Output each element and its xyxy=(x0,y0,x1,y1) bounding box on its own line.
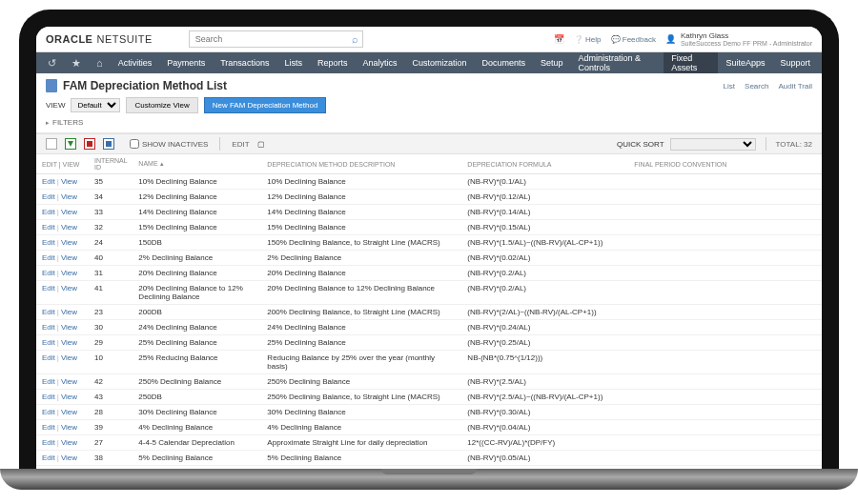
view-link[interactable]: View xyxy=(61,423,77,432)
print-icon[interactable] xyxy=(103,138,114,150)
export-csv-icon[interactable] xyxy=(46,138,57,150)
edit-link[interactable]: Edit xyxy=(42,408,55,416)
export-excel-icon[interactable] xyxy=(65,138,76,150)
view-link[interactable]: View xyxy=(61,308,77,316)
nav-history-icon[interactable]: ↺ xyxy=(40,52,64,73)
quicksort-label: QUICK SORT xyxy=(617,140,664,149)
view-link[interactable]: View xyxy=(61,238,77,247)
filters-toggle[interactable]: FILTERS xyxy=(46,118,812,127)
edit-link[interactable]: Edit xyxy=(42,238,55,247)
view-link[interactable]: View xyxy=(61,353,77,362)
edit-link[interactable]: Edit xyxy=(42,423,55,432)
cell-final-period xyxy=(628,235,822,251)
cell-final-period xyxy=(628,305,822,320)
page-header: FAM Depreciation Method List ListSearchA… xyxy=(36,73,822,133)
table-row: Edit|View43250DB250% Declining Balance, … xyxy=(36,390,822,405)
edit-link[interactable]: Edit xyxy=(42,393,55,401)
nav-item-activities[interactable]: Activities xyxy=(111,52,160,73)
view-link[interactable]: View xyxy=(61,208,77,216)
nav-item-suiteapps[interactable]: SuiteApps xyxy=(718,52,772,73)
header-link-list[interactable]: List xyxy=(724,82,735,91)
col-description[interactable]: DEPRECIATION METHOD DESCRIPTION xyxy=(261,154,461,174)
export-pdf-icon[interactable] xyxy=(84,138,95,150)
cell-final-period xyxy=(628,266,822,281)
col-final-period[interactable]: FINAL PERIOD CONVENTION xyxy=(628,154,822,174)
view-link[interactable]: View xyxy=(61,177,77,186)
nav-item-documents[interactable]: Documents xyxy=(474,52,533,73)
view-link[interactable]: View xyxy=(61,269,77,277)
cell-description: 4% Declining Balance xyxy=(261,420,461,435)
nav-item-payments[interactable]: Payments xyxy=(159,52,213,73)
view-link[interactable]: View xyxy=(61,284,77,292)
view-link[interactable]: View xyxy=(61,393,77,401)
calendar-icon[interactable]: 📅 xyxy=(554,34,564,44)
feedback-link[interactable]: 💬 Feedback xyxy=(611,35,656,44)
view-link[interactable]: View xyxy=(61,223,77,232)
quicksort-select[interactable] xyxy=(670,138,756,151)
nav-item-analytics[interactable]: Analytics xyxy=(355,52,404,73)
view-select[interactable]: Default xyxy=(71,98,120,112)
page-icon xyxy=(46,79,57,92)
table-row: Edit|View1025% Reducing BalanceReducing … xyxy=(36,351,822,374)
help-link[interactable]: ❔ Help xyxy=(574,35,602,44)
col-actions[interactable]: EDIT | VIEW xyxy=(36,154,89,174)
show-inactives-checkbox[interactable]: SHOW INACTIVES xyxy=(130,139,208,149)
edit-link[interactable]: Edit xyxy=(42,253,55,262)
results-table-wrap[interactable]: EDIT | VIEW INTERNAL ID NAME ▴ DEPRECIAT… xyxy=(36,154,822,469)
nav-item-customization[interactable]: Customization xyxy=(404,52,474,73)
user-menu[interactable]: 👤 Kathryn Glass SuiteSuccess Demo FF PRM… xyxy=(665,31,812,47)
search-input[interactable] xyxy=(189,30,364,48)
cell-final-period xyxy=(628,220,822,235)
nav-item-transactions[interactable]: Transactions xyxy=(213,52,276,73)
edit-link[interactable]: Edit xyxy=(42,323,55,332)
search-icon[interactable]: ⌕ xyxy=(352,33,358,45)
view-link[interactable]: View xyxy=(61,338,77,347)
view-link[interactable]: View xyxy=(61,377,77,386)
nav-item-reports[interactable]: Reports xyxy=(310,52,356,73)
view-link[interactable]: View xyxy=(61,192,77,201)
col-internal-id[interactable]: INTERNAL ID xyxy=(89,154,133,174)
view-link[interactable]: View xyxy=(61,454,77,462)
new-record-button[interactable]: New FAM Depreciation Method xyxy=(204,97,327,113)
inline-edit-toggle[interactable]: ▢ xyxy=(257,140,265,149)
header-link-audit-trail[interactable]: Audit Trail xyxy=(778,82,812,91)
cell-name: 12% Declining Balance xyxy=(133,190,261,205)
nav-item-administration-controls[interactable]: Administration & Controls xyxy=(571,52,664,73)
edit-link[interactable]: Edit xyxy=(42,284,55,292)
view-link[interactable]: View xyxy=(61,438,77,447)
cell-name: 4% Declining Balance xyxy=(133,420,261,435)
cell-formula: (NB-RV)*(0.02/AL) xyxy=(461,251,628,266)
nav-item-lists[interactable]: Lists xyxy=(276,52,310,73)
nav-star-icon[interactable]: ★ xyxy=(64,52,89,73)
nav-item-support[interactable]: Support xyxy=(772,52,818,73)
cell-description: 30% Declining Balance xyxy=(261,405,461,420)
cell-name: 250DB xyxy=(133,390,261,405)
edit-link[interactable]: Edit xyxy=(42,454,55,462)
edit-link[interactable]: Edit xyxy=(42,438,55,447)
edit-link[interactable]: Edit xyxy=(42,208,55,216)
edit-link[interactable]: Edit xyxy=(42,338,55,347)
edit-link[interactable]: Edit xyxy=(42,353,55,362)
nav-item-fixed-assets[interactable]: Fixed Assets xyxy=(664,52,718,73)
nav-home-icon[interactable]: ⌂ xyxy=(89,52,111,73)
edit-link[interactable]: Edit xyxy=(42,192,55,201)
cell-name: 25% Declining Balance xyxy=(133,335,261,351)
view-link[interactable]: View xyxy=(61,323,77,332)
view-link[interactable]: View xyxy=(61,408,77,416)
cell-name: 20% Declining Balance xyxy=(133,266,261,281)
header-link-search[interactable]: Search xyxy=(745,82,768,91)
col-name[interactable]: NAME ▴ xyxy=(133,154,261,174)
edit-link[interactable]: Edit xyxy=(42,223,55,232)
cell-final-period xyxy=(628,205,822,220)
view-link[interactable]: View xyxy=(61,253,77,262)
edit-link[interactable]: Edit xyxy=(42,377,55,386)
edit-link[interactable]: Edit xyxy=(42,177,55,186)
cell-final-period xyxy=(628,190,822,205)
cell-description: 200% Declining Balance, to Straight Line… xyxy=(261,305,461,320)
nav-item-setup[interactable]: Setup xyxy=(533,52,571,73)
cell-final-period xyxy=(628,251,822,266)
col-formula[interactable]: DEPRECIATION FORMULA xyxy=(461,154,628,174)
edit-link[interactable]: Edit xyxy=(42,269,55,277)
edit-link[interactable]: Edit xyxy=(42,308,55,316)
customize-view-button[interactable]: Customize View xyxy=(126,97,197,113)
